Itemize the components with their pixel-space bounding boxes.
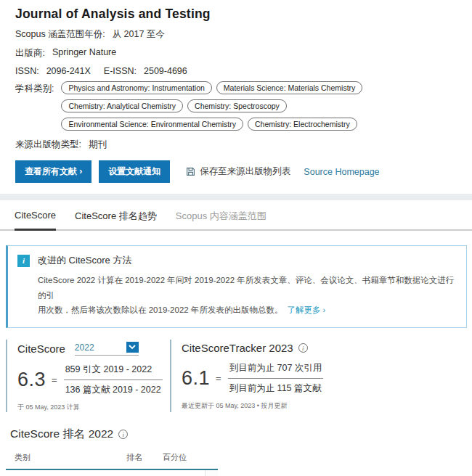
tracker-footnote: 最近更新于 05 May, 2023 • 按月更新 (182, 401, 373, 411)
rank-section-title: CiteScore 排名 2022 (10, 427, 113, 442)
vertical-scrollbar[interactable] (205, 470, 218, 476)
subject-label: 学科类别: (15, 83, 54, 95)
infobox-body-line1: CiteScore 2022 计算在 2019-2022 年间对 2019-20… (38, 276, 454, 300)
subject-chip-list: Physics and Astronomy: Instrumentation M… (61, 81, 457, 136)
column-header-percentile: 百分位 (163, 452, 218, 463)
source-type-line: 来源出版物类型: 期刊 (15, 139, 457, 151)
infobox-body: CiteScore 2022 计算在 2019-2022 年间对 2019-20… (38, 273, 456, 318)
score-boxes: CiteScore 2022 6.3 = 859 引文 2019 - 2022 … (6, 340, 472, 412)
table-row: Physics and Astronomy Instrumentation #2… (6, 470, 205, 476)
publisher-line: 出版商: Springer Nature (15, 47, 457, 60)
tracker-header: CiteScoreTracker 2023 i (182, 342, 373, 354)
citescore-formula: 6.3 = 859 引文 2019 - 2022 136 篇文献 2019 - … (17, 364, 170, 396)
citescore-denominator: 136 篇文献 2019 - 2022 (64, 379, 163, 396)
scopus-source-page: Journal of Analysis and Testing Scopus 涵… (0, 0, 472, 476)
rank-table-header: 类别 排名 百分位 (6, 452, 218, 470)
tracker-fraction: 到目前为止 707 次引用 到目前为止 115 篇文献 (228, 362, 324, 395)
section-divider (0, 194, 472, 200)
citescore-header: CiteScore 2022 (17, 342, 170, 356)
action-bar: 查看所有文献 › 设置文献通知 保存至来源出版物列表 Source Homepa… (15, 160, 457, 183)
save-to-source-list-label: 保存至来源出版物列表 (200, 165, 290, 178)
eissn-value: 2509-4696 (144, 66, 187, 76)
tracker-formula: 6.1 = 到目前为止 707 次引用 到目前为止 115 篇文献 (182, 362, 373, 395)
publisher-label: 出版商: (15, 47, 45, 60)
infobox-body-line2: 用次数，然后将该次数除以在 2019-2022 年所发表的出版物总数。 (38, 305, 282, 314)
infobox-title: 改进的 CiteScore 方法 (38, 254, 131, 267)
coverage-value: 从 2017 至今 (113, 28, 165, 41)
subject-chip[interactable]: Chemistry: Electrochemistry (248, 118, 357, 131)
rank-section-title-row: CiteScore 排名 2022 i (10, 427, 472, 442)
citescore-year-value: 2022 (75, 342, 94, 353)
citescore-footnote: 于 05 May, 2023 计算 (17, 403, 170, 412)
tab-bar: CiteScore CiteScore 排名趋势 Scopus 内容涵盖范围 (0, 200, 472, 231)
issn-value: 2096-241X (46, 66, 91, 76)
tracker-label: CiteScoreTracker 2023 (182, 342, 293, 354)
citescore-box: CiteScore 2022 6.3 = 859 引文 2019 - 2022 … (6, 340, 170, 412)
subject-line: 学科类别: Physics and Astronomy: Instrumenta… (15, 83, 457, 136)
coverage-label: Scopus 涵盖范围年份: (15, 28, 105, 41)
citescore-label: CiteScore (17, 342, 65, 355)
citescore-year-dropdown[interactable]: 2022 (75, 342, 139, 356)
source-type-label: 来源出版物类型: (15, 139, 81, 151)
tracker-numerator: 到目前为止 707 次引用 (228, 362, 324, 378)
learn-more-link[interactable]: 了解更多 › (287, 305, 325, 314)
equals-sign: = (216, 373, 221, 384)
page-title: Journal of Analysis and Testing (15, 7, 457, 22)
set-document-alert-button[interactable]: 设置文献通知 (99, 160, 170, 183)
citescore-tracker-box: CiteScoreTracker 2023 i 6.1 = 到目前为止 707 … (170, 340, 373, 412)
rank-rows: Physics and Astronomy Instrumentation #2… (6, 470, 205, 476)
issn-label: ISSN: (15, 66, 39, 76)
publisher-value: Springer Nature (52, 47, 116, 57)
tracker-value: 6.1 (182, 367, 210, 390)
rank-table: 类别 排名 百分位 Physics and Astronomy Instrume… (6, 452, 218, 476)
rank-info-icon[interactable]: i (118, 430, 128, 439)
chevron-down-icon (126, 342, 139, 353)
citescore-numerator: 859 引文 2019 - 2022 (64, 364, 163, 379)
subject-chip[interactable]: Chemistry: Analytical Chemistry (61, 99, 183, 112)
source-homepage-link[interactable]: Source Homepage (304, 167, 379, 177)
eissn-label: E-ISSN: (104, 66, 137, 76)
citescore-methodology-infobox: i 改进的 CiteScore 方法 CiteScore 2022 计算在 20… (6, 245, 467, 328)
tab-citescore-rank-trend[interactable]: CiteScore 排名趋势 (75, 210, 157, 229)
subject-chip[interactable]: Materials Science: Materials Chemistry (216, 81, 362, 94)
view-all-documents-button[interactable]: 查看所有文献 › (15, 160, 91, 183)
citescore-fraction: 859 引文 2019 - 2022 136 篇文献 2019 - 2022 (64, 364, 163, 396)
rank-scroll-area: Physics and Astronomy Instrumentation #2… (6, 470, 218, 476)
subject-chip[interactable]: Physics and Astronomy: Instrumentation (61, 81, 211, 94)
source-header: Journal of Analysis and Testing Scopus 涵… (0, 0, 472, 183)
save-to-source-list-link[interactable]: 保存至来源出版物列表 (186, 165, 290, 178)
coverage-line: Scopus 涵盖范围年份: 从 2017 至今 (15, 28, 457, 41)
subject-chip[interactable]: Chemistry: Spectroscopy (187, 99, 287, 112)
save-icon (186, 167, 195, 176)
citescore-value: 6.3 (17, 369, 46, 391)
equals-sign: = (52, 374, 57, 385)
tab-scopus-coverage[interactable]: Scopus 内容涵盖范围 (176, 210, 266, 229)
tab-citescore[interactable]: CiteScore (15, 210, 56, 231)
column-header-rank: 排名 (126, 452, 163, 463)
subject-chip[interactable]: Environmental Science: Environmental Che… (61, 118, 243, 131)
tracker-denominator: 到目前为止 115 篇文献 (228, 378, 324, 395)
infobox-header: i 改进的 CiteScore 方法 (17, 254, 456, 267)
source-type-value: 期刊 (89, 139, 107, 151)
info-icon: i (17, 255, 30, 267)
tracker-info-icon[interactable]: i (298, 343, 308, 353)
column-header-category: 类别 (15, 452, 126, 463)
issn-line: ISSN: 2096-241X E-ISSN: 2509-4696 (15, 66, 457, 76)
